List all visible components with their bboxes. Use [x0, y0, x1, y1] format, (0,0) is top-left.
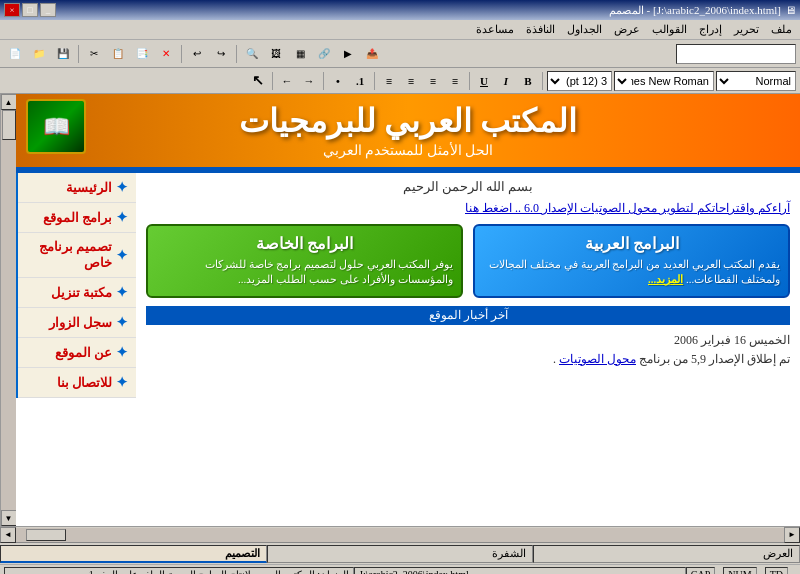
logo-icon: 📖	[43, 114, 70, 140]
hscroll-track[interactable]	[16, 528, 784, 542]
preview-tab[interactable]: العرض	[533, 545, 800, 563]
news-date: الخميس 16 فبراير 2006	[146, 333, 790, 348]
header-logo: 📖	[26, 99, 86, 154]
menu-insert[interactable]: إدراج	[693, 21, 728, 38]
format-bar: Normal Times New Roman 3 (12 pt) B I U ≡…	[0, 68, 800, 94]
toolbar-separator-1	[78, 45, 79, 63]
copy-button[interactable]: 📋	[107, 43, 129, 65]
info-bar: العنوان: المكتب العربي لإنتاج البرامج ال…	[4, 567, 354, 575]
arabic-programs-box: البرامج العربية يقدم المكتب العربي العدي…	[473, 224, 790, 298]
toolbar-separator-2	[181, 45, 182, 63]
programs-section: البرامج العربية يقدم المكتب العربي العدي…	[146, 224, 790, 298]
save-button[interactable]: 💾	[52, 43, 74, 65]
nav-item-visitors[interactable]: ✦ سجل الزوار	[18, 308, 136, 338]
nav-item-contact[interactable]: ✦ للاتصال بنا	[18, 368, 136, 398]
nav-icon-programs: ✦	[116, 209, 128, 226]
underline-button[interactable]: U	[474, 71, 494, 91]
search-button[interactable]: 🔍	[241, 43, 263, 65]
right-nav-panel: ✦ الرئيسية ✦ برامج الموقع ✦ تصميم برنامج…	[16, 173, 136, 398]
cut-button[interactable]: ✂	[83, 43, 105, 65]
redo-button[interactable]: ↪	[210, 43, 232, 65]
search-input[interactable]	[676, 44, 796, 64]
design-tab[interactable]: التصميم	[0, 545, 267, 563]
indent-button[interactable]: →	[299, 71, 319, 91]
status-bar: التصميم الشفرة العرض	[0, 542, 800, 564]
outdent-button[interactable]: ←	[277, 71, 297, 91]
suggestion-link[interactable]: آراءكم واقتراحاتكم لتطوير محول الصوتيات …	[146, 201, 790, 216]
center-content: بسم الله الرحمن الرحيم آراءكم واقتراحاتك…	[136, 173, 800, 398]
align-justify-button[interactable]: ≡	[379, 71, 399, 91]
align-left-button[interactable]: ≡	[401, 71, 421, 91]
menu-help[interactable]: مساعدة	[470, 21, 520, 38]
menu-templates[interactable]: القوالب	[646, 21, 693, 38]
menu-edit[interactable]: تحرير	[728, 21, 765, 38]
site-subtitle: الحل الأمثل للمستخدم العربي	[26, 142, 790, 159]
news-link[interactable]: محول الصوتيات	[559, 352, 636, 366]
minimize-button[interactable]: _	[40, 3, 56, 17]
scroll-thumb[interactable]	[2, 110, 16, 140]
toolbar-separator-3	[236, 45, 237, 63]
nav-item-about[interactable]: ✦ عن الموقع	[18, 338, 136, 368]
ol-button[interactable]: 1.	[350, 71, 370, 91]
arabic-programs-more-link[interactable]: المزيد...	[648, 273, 683, 285]
scroll-up-button[interactable]: ▲	[1, 94, 17, 110]
content-wrapper: ▲ ▼ 📖 المكتب العربي للبرمجيات الحل الأمث…	[0, 94, 800, 526]
cursor-button[interactable]: ↖	[248, 71, 268, 91]
link-button[interactable]: 🔗	[313, 43, 335, 65]
code-tab[interactable]: الشفرة	[267, 545, 534, 563]
publish-button[interactable]: 📤	[361, 43, 383, 65]
hscroll-thumb[interactable]	[26, 529, 66, 541]
td-indicator: TD	[765, 567, 788, 575]
menu-tables[interactable]: الجداول	[561, 21, 608, 38]
nav-item-custom[interactable]: ✦ تصميم برنامج خاص	[18, 233, 136, 278]
nav-item-download[interactable]: ✦ مكتبة تنزيل	[18, 278, 136, 308]
font-select[interactable]: Times New Roman	[614, 71, 714, 91]
menu-window[interactable]: النافذة	[520, 21, 561, 38]
num-indicator: NUM	[723, 567, 756, 575]
scroll-right-button[interactable]: ►	[784, 527, 800, 543]
special-programs-desc: يوفر المكتب العربي حلول لتصميم برامج خاص…	[156, 257, 453, 288]
ul-button[interactable]: •	[328, 71, 348, 91]
align-right-button[interactable]: ≡	[445, 71, 465, 91]
news-content: الخميس 16 فبراير 2006 تم إطلاق الإصدار 5…	[146, 329, 790, 371]
scroll-track[interactable]	[1, 110, 17, 510]
news-bar: آخر أخبار الموقع	[146, 306, 790, 325]
nav-icon-visitors: ✦	[116, 314, 128, 331]
preview-button[interactable]: ▶	[337, 43, 359, 65]
page-area: 📖 المكتب العربي للبرمجيات الحل الأمثل لل…	[16, 94, 800, 526]
menu-view[interactable]: عرض	[608, 21, 646, 38]
paste-button[interactable]: 📑	[131, 43, 153, 65]
maximize-button[interactable]: □	[22, 3, 38, 17]
align-center-button[interactable]: ≡	[423, 71, 443, 91]
style-select[interactable]: Normal	[716, 71, 796, 91]
bold-button[interactable]: B	[518, 71, 538, 91]
format-separator-1	[542, 72, 543, 90]
size-select[interactable]: 3 (12 pt)	[547, 71, 612, 91]
menu-file[interactable]: ملف	[765, 21, 798, 38]
news-text: تم إطلاق الإصدار 5,9 من برنامج محول الصو…	[146, 352, 790, 367]
title-bar-text: [J:\arabic2_2006\index.html] - المصمم	[609, 4, 781, 17]
bottom-status-bar: TD NUM CAP J:\arabic2_2006\index.html ال…	[0, 564, 800, 574]
scroll-down-button[interactable]: ▼	[1, 510, 17, 526]
image-button[interactable]: 🖼	[265, 43, 287, 65]
new-button[interactable]: 📄	[4, 43, 26, 65]
scroll-left-button[interactable]: ◄	[0, 527, 16, 543]
arabic-programs-title: البرامج العربية	[483, 234, 780, 253]
italic-button[interactable]: I	[496, 71, 516, 91]
undo-button[interactable]: ↩	[186, 43, 208, 65]
horizontal-scrollbar[interactable]: ◄ ►	[0, 526, 800, 542]
nav-item-programs[interactable]: ✦ برامج الموقع	[18, 203, 136, 233]
site-header: 📖 المكتب العربي للبرمجيات الحل الأمثل لل…	[16, 94, 800, 167]
open-button[interactable]: 📁	[28, 43, 50, 65]
delete-button[interactable]: ✕	[155, 43, 177, 65]
format-separator-3	[374, 72, 375, 90]
table-button[interactable]: ▦	[289, 43, 311, 65]
format-separator-5	[272, 72, 273, 90]
nav-item-home[interactable]: ✦ الرئيسية	[18, 173, 136, 203]
close-button[interactable]: ×	[4, 3, 20, 17]
title-bar-icon: 🖥	[785, 4, 796, 17]
arabic-programs-desc: يقدم المكتب العربي العديد من البرامج الع…	[483, 257, 780, 288]
nav-icon-download: ✦	[116, 284, 128, 301]
format-separator-4	[323, 72, 324, 90]
vertical-scrollbar[interactable]: ▲ ▼	[0, 94, 16, 526]
